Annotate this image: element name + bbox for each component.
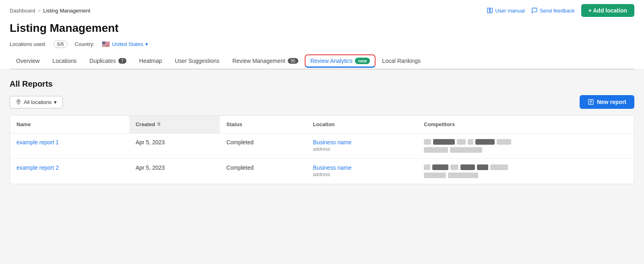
comp-bar-item bbox=[424, 173, 446, 178]
comp-bar-item bbox=[460, 164, 475, 170]
comp-bar-item bbox=[450, 164, 458, 170]
report-icon bbox=[588, 99, 594, 105]
page-title: Listing Management bbox=[10, 22, 119, 35]
comp-bar-item bbox=[497, 139, 511, 145]
country-label: Country: bbox=[75, 41, 95, 47]
tabs-row: Overview Locations Duplicates 7 Heatmap … bbox=[10, 54, 634, 69]
reports-table-container: Name Created ⇅ Status Location Competito… bbox=[10, 115, 634, 184]
tab-review-analytics[interactable]: Review Analytics new bbox=[305, 54, 376, 68]
comp-bar-item bbox=[433, 139, 455, 145]
locations-count-badge: 6/6 bbox=[54, 41, 68, 48]
comp-bar-item bbox=[457, 139, 466, 145]
user-manual-link[interactable]: User manual bbox=[487, 7, 525, 14]
tab-heatmap[interactable]: Heatmap bbox=[133, 54, 169, 69]
report-2-link[interactable]: example report 2 bbox=[17, 164, 59, 171]
comp-bar-item bbox=[475, 139, 495, 145]
tab-locations[interactable]: Locations bbox=[46, 54, 83, 69]
comp-bar-item bbox=[432, 164, 448, 170]
top-actions: User manual Send feedback + Add location bbox=[487, 4, 634, 17]
report-name-cell: example report 2 bbox=[10, 159, 129, 184]
svg-rect-0 bbox=[487, 8, 489, 13]
col-competitors: Competitors bbox=[417, 116, 634, 133]
comp-bar-item bbox=[424, 139, 431, 145]
comp-bar-row-1 bbox=[424, 139, 627, 145]
svg-point-2 bbox=[18, 101, 19, 102]
col-created[interactable]: Created ⇅ bbox=[129, 116, 220, 133]
tab-local-rankings[interactable]: Local Rankings bbox=[376, 54, 427, 69]
comp-bar-item bbox=[450, 147, 482, 153]
all-locations-button[interactable]: All locations ▾ bbox=[10, 96, 63, 108]
meta-row: Locations used: 6/6 Country: 🇺🇸 United S… bbox=[10, 38, 634, 52]
tab-overview[interactable]: Overview bbox=[10, 54, 46, 69]
col-status: Status bbox=[220, 116, 306, 133]
comp-bar-row-4 bbox=[424, 173, 627, 178]
breadcrumb-parent[interactable]: Dashboard bbox=[10, 8, 35, 14]
main-content: All Reports All locations ▾ New report N… bbox=[0, 70, 644, 194]
comp-bar-item bbox=[490, 164, 508, 170]
tab-duplicates[interactable]: Duplicates 7 bbox=[83, 54, 133, 69]
report-2-location: Business name address bbox=[307, 159, 418, 184]
section-title: All Reports bbox=[10, 79, 634, 89]
country-selector[interactable]: 🇺🇸 United States ▾ bbox=[102, 40, 148, 48]
reports-table: Name Created ⇅ Status Location Competito… bbox=[10, 116, 634, 184]
country-name: United States bbox=[112, 41, 143, 47]
sort-icon: ⇅ bbox=[157, 122, 161, 127]
comp-bar-item bbox=[448, 173, 478, 178]
feedback-icon bbox=[531, 7, 538, 14]
comp-bar-item bbox=[424, 164, 430, 170]
location-pin-icon bbox=[16, 99, 21, 105]
comp-bar-item bbox=[424, 147, 448, 153]
col-name: Name bbox=[10, 116, 129, 133]
add-location-button[interactable]: + Add location bbox=[581, 4, 634, 17]
competitors-bars-2 bbox=[424, 164, 627, 178]
report-1-location: Business name address bbox=[307, 133, 418, 159]
comp-bar-row-3 bbox=[424, 164, 627, 170]
tab-user-suggestions[interactable]: User Suggestions bbox=[169, 54, 226, 69]
comp-bar-row-2 bbox=[424, 147, 627, 153]
review-management-badge: 95 bbox=[288, 58, 298, 64]
report-1-status: Completed bbox=[220, 133, 306, 159]
breadcrumb-current: Listing Management bbox=[43, 8, 90, 14]
tab-review-management[interactable]: Review Management 95 bbox=[226, 54, 305, 69]
table-row: example report 1 Apr 5, 2023 Completed B… bbox=[10, 133, 634, 159]
reports-toolbar: All locations ▾ New report bbox=[10, 95, 634, 109]
svg-rect-1 bbox=[491, 8, 493, 13]
review-analytics-new-badge: new bbox=[355, 58, 370, 64]
breadcrumb: Dashboard > Listing Management bbox=[10, 8, 90, 14]
report-1-link[interactable]: example report 1 bbox=[17, 139, 59, 146]
report-2-created: Apr 5, 2023 bbox=[129, 159, 220, 184]
report-2-competitors bbox=[417, 159, 634, 184]
breadcrumb-separator: > bbox=[38, 8, 41, 14]
flag-icon: 🇺🇸 bbox=[102, 40, 110, 48]
comp-bar-item bbox=[477, 164, 488, 170]
dropdown-chevron-icon: ▾ bbox=[54, 99, 57, 105]
report-name-cell: example report 1 bbox=[10, 133, 129, 159]
report-2-status: Completed bbox=[220, 159, 306, 184]
duplicates-badge: 7 bbox=[118, 58, 126, 64]
chevron-down-icon: ▾ bbox=[145, 41, 148, 47]
book-icon bbox=[487, 7, 493, 14]
competitors-bars-1 bbox=[424, 139, 627, 153]
report-1-competitors bbox=[417, 133, 634, 159]
col-location: Location bbox=[307, 116, 418, 133]
locations-used-label: Locations used: bbox=[10, 41, 46, 47]
table-row: example report 2 Apr 5, 2023 Completed B… bbox=[10, 159, 634, 184]
new-report-button[interactable]: New report bbox=[580, 95, 634, 109]
report-1-created: Apr 5, 2023 bbox=[129, 133, 220, 159]
comp-bar-item bbox=[468, 139, 473, 145]
send-feedback-link[interactable]: Send feedback bbox=[531, 7, 575, 14]
